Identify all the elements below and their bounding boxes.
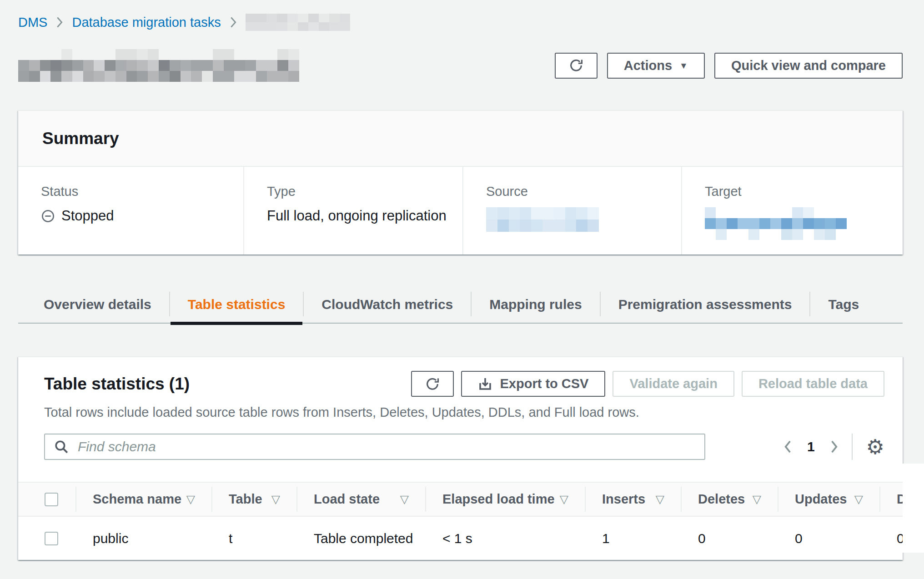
select-all-checkbox[interactable] (45, 493, 58, 506)
column-header-inserts[interactable]: Inserts▽ (586, 483, 682, 516)
export-csv-button[interactable]: Export to CSV (461, 371, 605, 397)
summary-title: Summary (42, 129, 119, 148)
tabs-rule: Overview detailsTable statisticsCloudWat… (18, 286, 903, 324)
summary-field-text: Stopped (61, 208, 114, 224)
table-header-row: Schema name▽Table▽Load state▽Elapsed loa… (18, 483, 903, 517)
validate-again-button[interactable]: Validate again (613, 371, 734, 397)
breadcrumb: DMS Database migration tasks (18, 0, 903, 31)
source-redacted-link[interactable] (486, 207, 599, 232)
summary-card: Summary StatusStoppedTypeFull load, ongo… (18, 110, 903, 255)
chevron-right-icon (56, 16, 63, 29)
table-body: publictTable completed< 1 s1000 (18, 517, 903, 560)
table-statistics-card: Table statistics (1) (18, 356, 903, 560)
schema-search (44, 434, 705, 460)
sort-icon: ▽ (271, 493, 280, 506)
next-page-button[interactable] (830, 439, 838, 454)
summary-field-value: Full load, ongoing replication (267, 207, 450, 225)
summary-field-value[interactable] (705, 207, 890, 240)
summary-field-value: Stopped (41, 207, 231, 225)
column-header-label: Deletes (698, 492, 745, 507)
summary-field-status: StatusStopped (18, 167, 243, 255)
column-header-label: Load state (314, 492, 380, 507)
table-statistics-title: Table statistics (1) (44, 374, 190, 394)
tab-tags[interactable]: Tags (810, 286, 877, 323)
column-header-label: Table (229, 492, 262, 507)
column-header-label: Elapsed load time (442, 492, 555, 507)
cell-deletes: 0 (682, 531, 778, 546)
tab-cloudwatch-metrics[interactable]: CloudWatch metrics (303, 286, 471, 323)
column-header-table[interactable]: Table▽ (212, 483, 297, 516)
table-toolbar: 1 ⚙ (18, 434, 903, 460)
cell-ddls: 0 (880, 531, 903, 546)
pagination: 1 ⚙ (784, 434, 884, 460)
header-actions: Actions ▼ Quick view and compare (555, 53, 903, 79)
cell-table: t (212, 531, 297, 546)
toolbar-divider (852, 434, 853, 460)
tab-overview-details[interactable]: Overview details (25, 286, 170, 323)
sort-icon: ▽ (186, 493, 195, 506)
refresh-button[interactable] (555, 53, 598, 79)
tabs: Overview detailsTable statisticsCloudWat… (25, 286, 903, 323)
column-header-label: Schema name (93, 492, 181, 507)
table-row: publictTable completed< 1 s1000 (18, 517, 903, 560)
target-redacted-link[interactable] (705, 207, 847, 240)
tab-table-statistics[interactable]: Table statistics (170, 286, 304, 323)
refresh-icon (568, 58, 584, 73)
column-header-load-state[interactable]: Load state▽ (297, 483, 426, 516)
reload-table-data-button[interactable]: Reload table data (742, 371, 884, 397)
table-overflow-strip (903, 464, 924, 553)
summary-header: Summary (18, 111, 903, 167)
sort-icon: ▽ (560, 493, 568, 506)
column-header-label: DDLs (897, 492, 903, 507)
summary-field-type: TypeFull load, ongoing replication (243, 167, 462, 255)
breadcrumb-current-redacted (246, 14, 350, 31)
column-header-schema-name[interactable]: Schema name▽ (76, 483, 212, 516)
page-title-redacted (18, 49, 299, 82)
summary-field-source: Source (462, 167, 681, 255)
page-header: Actions ▼ Quick view and compare (18, 49, 903, 82)
summary-field-label: Type (267, 184, 450, 199)
actions-button[interactable]: Actions ▼ (607, 53, 705, 79)
tab-mapping-rules[interactable]: Mapping rules (471, 286, 600, 323)
select-all-cell (18, 483, 76, 516)
cell-elapsed-load-time: < 1 s (426, 531, 586, 546)
find-schema-input[interactable] (44, 434, 705, 460)
column-header-label: Updates (795, 492, 847, 507)
chevron-right-icon (230, 16, 236, 29)
download-icon (478, 377, 492, 391)
summary-field-value[interactable] (486, 207, 668, 232)
cell-load-state: Table completed (297, 531, 426, 546)
column-header-updates[interactable]: Updates▽ (778, 483, 880, 516)
table-refresh-button[interactable] (411, 371, 454, 397)
summary-body: StatusStoppedTypeFull load, ongoing repl… (18, 167, 903, 255)
column-header-elapsed-load-time[interactable]: Elapsed load time▽ (426, 483, 586, 516)
summary-field-label: Source (486, 184, 668, 199)
sort-icon: ▽ (854, 493, 863, 506)
column-header-deletes[interactable]: Deletes▽ (682, 483, 778, 516)
cell-schema-name: public (76, 531, 212, 546)
table-statistics-table: Schema name▽Table▽Load state▽Elapsed loa… (18, 482, 903, 560)
summary-field-text: Full load, ongoing replication (267, 208, 447, 224)
summary-field-label: Target (705, 184, 890, 199)
table-statistics-buttons: Export to CSV Validate again Reload tabl… (411, 371, 884, 397)
tab-premigration-assessments[interactable]: Premigration assessments (600, 286, 810, 323)
cell-inserts: 1 (586, 531, 682, 546)
table-statistics-description: Total rows include loaded source table r… (18, 405, 903, 420)
quick-view-compare-button[interactable]: Quick view and compare (714, 53, 903, 79)
summary-field-target: Target (681, 167, 903, 255)
dms-task-page: DMS Database migration tasks (0, 0, 924, 579)
settings-gear-icon[interactable]: ⚙ (866, 437, 884, 457)
stopped-icon (41, 209, 55, 223)
row-select-cell (18, 532, 76, 545)
previous-page-button[interactable] (784, 439, 792, 454)
sort-icon: ▽ (753, 493, 761, 506)
cell-updates: 0 (778, 531, 880, 546)
breadcrumb-link-dms[interactable]: DMS (18, 15, 47, 30)
caret-down-icon: ▼ (679, 61, 688, 70)
column-header-ddls[interactable]: DDLs▽ (880, 483, 903, 516)
refresh-icon (425, 376, 440, 392)
breadcrumb-link-tasks[interactable]: Database migration tasks (72, 15, 221, 30)
column-header-label: Inserts (602, 492, 645, 507)
row-checkbox[interactable] (45, 532, 58, 545)
table-statistics-header: Table statistics (1) (18, 357, 903, 397)
